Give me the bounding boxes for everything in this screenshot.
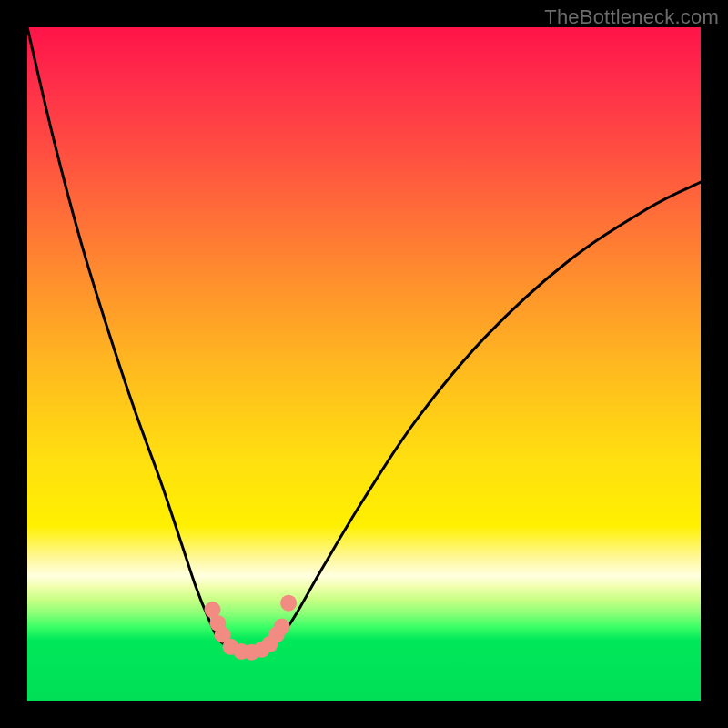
watermark-text: TheBottleneck.com (544, 5, 719, 29)
left-branch-curve (27, 27, 229, 647)
right-branch-curve (269, 182, 701, 647)
curve-marker (280, 595, 297, 612)
plot-area (27, 27, 701, 701)
curve-marker (274, 619, 290, 635)
curve-layer (27, 27, 701, 701)
marker-group (205, 595, 298, 661)
chart-stage: TheBottleneck.com (0, 0, 728, 728)
